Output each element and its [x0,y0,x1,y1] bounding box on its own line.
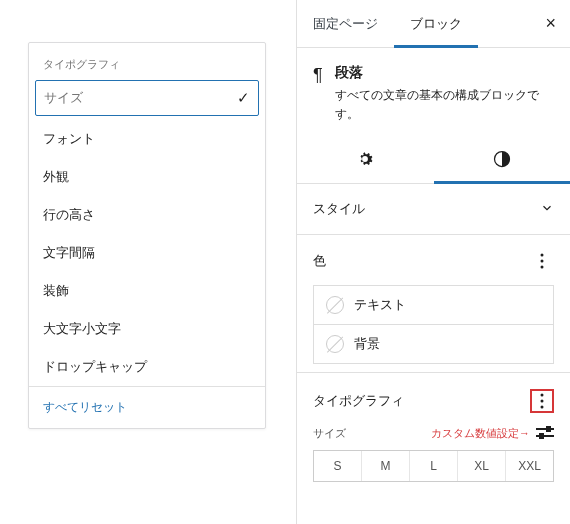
dropdown-header: タイポグラフィ [29,43,265,80]
swatch-empty-icon [326,296,344,314]
dropdown-item-label: 大文字小文字 [43,320,121,338]
sliders-icon [536,425,554,439]
size-option-xl[interactable]: XL [458,451,506,481]
dropdown-item-lineheight[interactable]: 行の高さ [29,196,265,234]
dropdown-item-label: 装飾 [43,282,69,300]
block-title: 段落 [335,64,554,82]
panel-title: スタイル [313,200,365,218]
svg-point-3 [541,266,544,269]
dropdown-item-dropcap[interactable]: ドロップキャップ [29,348,265,386]
check-icon: ✓ [237,89,250,107]
size-option-label: XL [474,459,489,473]
close-sidebar-button[interactable]: × [531,13,570,34]
dropdown-item-label: フォント [43,130,95,148]
gear-icon [355,149,375,172]
svg-rect-8 [546,426,551,432]
size-option-label: L [430,459,437,473]
contrast-icon [492,149,512,172]
size-label: サイズ [313,426,346,441]
dropdown-item-label: 外観 [43,168,69,186]
more-vertical-icon [540,253,544,269]
style-panel-toggle[interactable]: スタイル [297,184,570,235]
size-option-label: S [333,459,341,473]
size-option-s[interactable]: S [314,451,362,481]
custom-size-toggle[interactable] [536,425,554,442]
dropdown-item-size[interactable]: サイズ ✓ [35,80,259,116]
block-description: ¶ 段落 すべての文章の基本の構成ブロックです。 [297,48,570,138]
svg-point-2 [541,260,544,263]
dropdown-item-lettercase[interactable]: 大文字小文字 [29,310,265,348]
color-background-button[interactable]: 背景 [313,325,554,364]
typography-section-title: タイポグラフィ [313,392,404,410]
reset-label: すべてリセット [43,400,127,414]
settings-sidebar: 固定ページ ブロック × ¶ 段落 すべての文章の基本の構成ブロックです。 スタ… [296,0,570,524]
color-options-button[interactable] [530,249,554,273]
color-text-label: テキスト [354,296,406,314]
typography-options-button[interactable] [530,389,554,413]
tab-label: 固定ページ [313,15,378,33]
typography-options-dropdown: タイポグラフィ サイズ ✓ フォント 外観 行の高さ 文字間隔 装飾 大文字小文… [28,42,266,429]
svg-point-4 [541,394,544,397]
paragraph-icon: ¶ [313,66,323,84]
tab-block[interactable]: ブロック [394,0,478,47]
tab-page[interactable]: 固定ページ [297,0,394,47]
reset-all-button[interactable]: すべてリセット [29,386,265,428]
block-subtabs [297,138,570,184]
color-text-button[interactable]: テキスト [313,285,554,325]
more-vertical-icon [540,393,544,409]
svg-rect-10 [539,433,544,439]
dropdown-item-label: 文字間隔 [43,244,95,262]
subtab-settings[interactable] [297,138,434,183]
dropdown-item-letterspacing[interactable]: 文字間隔 [29,234,265,272]
size-option-label: XXL [518,459,541,473]
size-option-xxl[interactable]: XXL [506,451,553,481]
typography-section: タイポグラフィ サイズ カスタム数値設定→ S M [297,372,570,490]
block-subtitle: すべての文章の基本の構成ブロックです。 [335,86,554,124]
svg-point-6 [541,406,544,409]
sidebar-tabs: 固定ページ ブロック × [297,0,570,48]
size-option-label: M [381,459,391,473]
size-option-m[interactable]: M [362,451,410,481]
dropdown-item-label: 行の高さ [43,206,95,224]
chevron-down-icon [540,201,554,218]
dropdown-item-label: ドロップキャップ [43,358,147,376]
color-background-label: 背景 [354,335,380,353]
size-option-l[interactable]: L [410,451,458,481]
color-section: 色 テキスト 背景 [297,235,570,372]
dropdown-item-appearance[interactable]: 外観 [29,158,265,196]
close-icon: × [545,13,556,33]
color-section-title: 色 [313,252,326,270]
subtab-styles[interactable] [434,138,571,183]
tab-label: ブロック [410,15,462,33]
swatch-empty-icon [326,335,344,353]
dropdown-item-decoration[interactable]: 装飾 [29,272,265,310]
svg-point-5 [541,400,544,403]
size-preset-group: S M L XL XXL [313,450,554,482]
dropdown-item-font[interactable]: フォント [29,120,265,158]
custom-value-note: カスタム数値設定→ [431,426,530,441]
svg-point-1 [541,254,544,257]
dropdown-item-label: サイズ [44,89,83,107]
